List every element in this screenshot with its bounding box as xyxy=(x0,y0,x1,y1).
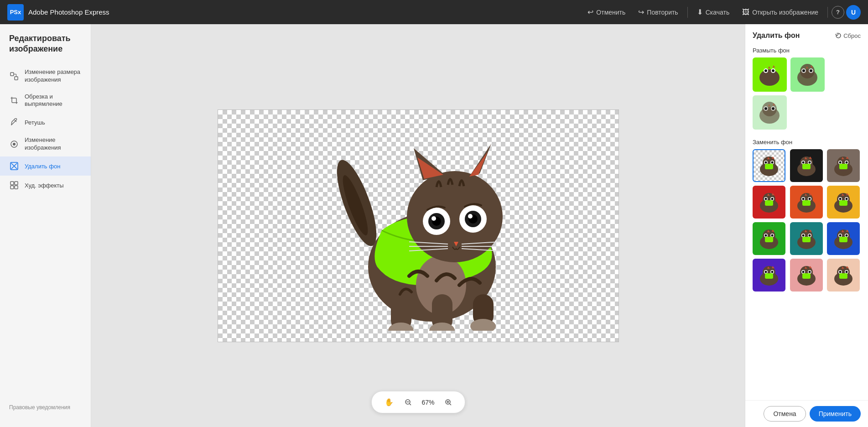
svg-point-78 xyxy=(765,161,767,164)
svg-point-150 xyxy=(808,234,811,237)
download-icon: ⬇ xyxy=(697,8,703,16)
svg-rect-83 xyxy=(765,164,773,169)
svg-rect-93 xyxy=(802,164,811,169)
zoom-value: 67% xyxy=(417,399,439,406)
replace-thumb-pink[interactable] xyxy=(790,259,823,292)
svg-rect-123 xyxy=(802,200,811,206)
open-image-icon: 🖼 xyxy=(742,8,749,16)
svg-rect-9 xyxy=(10,186,14,189)
svg-point-180 xyxy=(808,271,811,273)
pan-tool-button[interactable]: ✋ xyxy=(379,395,399,409)
svg-point-160 xyxy=(846,234,848,237)
svg-line-47 xyxy=(450,404,451,405)
right-panel: Удалить фон Сброс Размыть фон xyxy=(745,24,868,427)
blur-thumb-0[interactable] xyxy=(753,57,787,92)
sidebar-item-remove-bg[interactable]: Удалить фон xyxy=(0,156,91,176)
resize-icon xyxy=(9,71,19,81)
replace-thumb-teal[interactable] xyxy=(790,222,823,255)
svg-point-90 xyxy=(808,161,811,164)
svg-rect-193 xyxy=(839,273,847,279)
svg-point-72 xyxy=(772,107,774,110)
svg-rect-1 xyxy=(15,77,18,80)
sidebar-item-effects-label: Худ. эффекты xyxy=(25,182,64,189)
svg-point-148 xyxy=(802,234,804,237)
blur-thumbs-row xyxy=(745,57,868,135)
redo-button[interactable]: ↪ Повторить xyxy=(633,5,683,19)
remove-bg-icon xyxy=(9,161,19,171)
svg-point-5 xyxy=(13,143,16,146)
replace-thumb-purple[interactable] xyxy=(753,259,785,292)
zoom-out-button[interactable] xyxy=(399,396,417,409)
svg-point-49 xyxy=(759,69,780,86)
svg-rect-103 xyxy=(839,164,847,169)
replace-thumb-red[interactable] xyxy=(753,186,785,219)
replace-thumb-green[interactable] xyxy=(753,222,785,255)
svg-point-80 xyxy=(771,161,774,164)
replace-thumbs-grid xyxy=(745,149,868,299)
svg-point-100 xyxy=(846,161,848,164)
svg-point-21 xyxy=(407,171,503,262)
svg-point-140 xyxy=(771,234,774,237)
svg-point-61 xyxy=(802,69,805,72)
undo-button[interactable]: ↩ Отменить xyxy=(582,5,631,19)
cat-illustration xyxy=(291,121,546,331)
panel-header: Удалить фон Сброс xyxy=(745,24,868,43)
app-logo: PSx xyxy=(7,4,24,21)
canvas-toolbar: ✋ 67% xyxy=(371,391,465,413)
user-avatar[interactable]: U xyxy=(846,5,861,20)
svg-rect-0 xyxy=(10,73,14,76)
replace-thumb-transparent[interactable] xyxy=(753,149,785,182)
svg-point-158 xyxy=(839,234,842,237)
svg-rect-183 xyxy=(802,273,811,279)
sidebar-item-effects[interactable]: Худ. эффекты xyxy=(0,176,91,195)
reset-button[interactable]: Сброс xyxy=(835,32,861,39)
sidebar-item-resize[interactable]: Изменение размера изображения xyxy=(0,64,91,89)
sidebar-item-retouch-label: Ретушь xyxy=(25,119,45,126)
cancel-button[interactable]: Отмена xyxy=(764,406,806,422)
sidebar-item-retouch[interactable]: Ретушь xyxy=(0,113,91,132)
download-button[interactable]: ⬇ Скачать xyxy=(691,5,735,19)
replace-thumb-yellow[interactable] xyxy=(827,186,860,219)
svg-point-118 xyxy=(802,198,804,200)
svg-point-33 xyxy=(468,214,473,219)
replace-thumb-peach[interactable] xyxy=(827,259,860,292)
svg-point-52 xyxy=(764,69,767,72)
sidebar-item-resize-label: Изменение размера изображения xyxy=(25,68,82,84)
zoom-in-icon xyxy=(445,399,452,406)
svg-rect-113 xyxy=(765,200,773,206)
sidebar-item-adjust[interactable]: Изменение изображения xyxy=(0,132,91,156)
canvas-wrapper xyxy=(218,109,619,342)
canvas-image xyxy=(218,109,619,342)
svg-point-190 xyxy=(846,271,848,273)
sidebar-item-crop[interactable]: Обрезка и выпрямление xyxy=(0,89,91,113)
svg-point-88 xyxy=(802,161,804,164)
sidebar-item-adjust-label: Изменение изображения xyxy=(25,136,82,152)
svg-point-130 xyxy=(846,198,848,200)
blur-thumb-1[interactable] xyxy=(790,57,825,92)
help-button[interactable]: ? xyxy=(832,6,844,19)
zoom-in-button[interactable] xyxy=(439,396,457,409)
retouch-icon xyxy=(9,117,19,127)
svg-line-43 xyxy=(410,404,411,405)
replace-thumb-dark-brown[interactable] xyxy=(827,149,860,182)
header-right: ↩ Отменить ↪ Повторить ⬇ Скачать 🖼 Откры… xyxy=(582,5,861,20)
header: PSx Adobe Photoshop Express ↩ Отменить ↪… xyxy=(0,0,868,24)
blur-thumb-2[interactable] xyxy=(753,95,787,130)
replace-thumb-blue[interactable] xyxy=(827,222,860,255)
apply-button[interactable]: Применить xyxy=(810,406,861,422)
svg-marker-24 xyxy=(468,144,491,178)
svg-point-108 xyxy=(765,198,767,200)
header-divider xyxy=(687,7,688,18)
replace-thumb-orange[interactable] xyxy=(790,186,823,219)
sidebar: Редактировать изображение Изменение разм… xyxy=(0,24,91,427)
svg-point-120 xyxy=(808,198,811,200)
adjust-icon xyxy=(9,139,19,149)
replace-thumb-black[interactable] xyxy=(790,149,823,182)
app-title: Adobe Photoshop Express xyxy=(28,8,109,16)
download-label: Скачать xyxy=(706,9,730,16)
sidebar-item-remove-bg-label: Удалить фон xyxy=(25,163,60,170)
reset-label: Сброс xyxy=(843,32,861,39)
sidebar-footer-legal[interactable]: Правовые уведомления xyxy=(0,397,91,418)
open-image-button[interactable]: 🖼 Открыть изображение xyxy=(737,5,824,19)
svg-point-110 xyxy=(771,198,774,200)
